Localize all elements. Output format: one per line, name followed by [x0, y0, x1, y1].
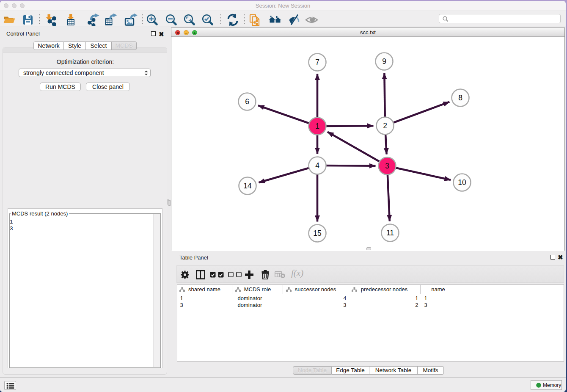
svg-text:14: 14 — [243, 182, 252, 190]
svg-text:1: 1 — [315, 122, 319, 130]
svg-text:4: 4 — [315, 161, 319, 170]
svg-text:11: 11 — [386, 229, 394, 237]
svg-text:7: 7 — [315, 58, 319, 66]
svg-text:15: 15 — [313, 229, 321, 237]
svg-text:3: 3 — [385, 162, 389, 170]
svg-text:9: 9 — [382, 57, 386, 66]
svg-text:10: 10 — [458, 178, 466, 187]
svg-text:8: 8 — [458, 94, 462, 102]
svg-text:2: 2 — [383, 121, 387, 130]
svg-text:6: 6 — [245, 97, 249, 106]
